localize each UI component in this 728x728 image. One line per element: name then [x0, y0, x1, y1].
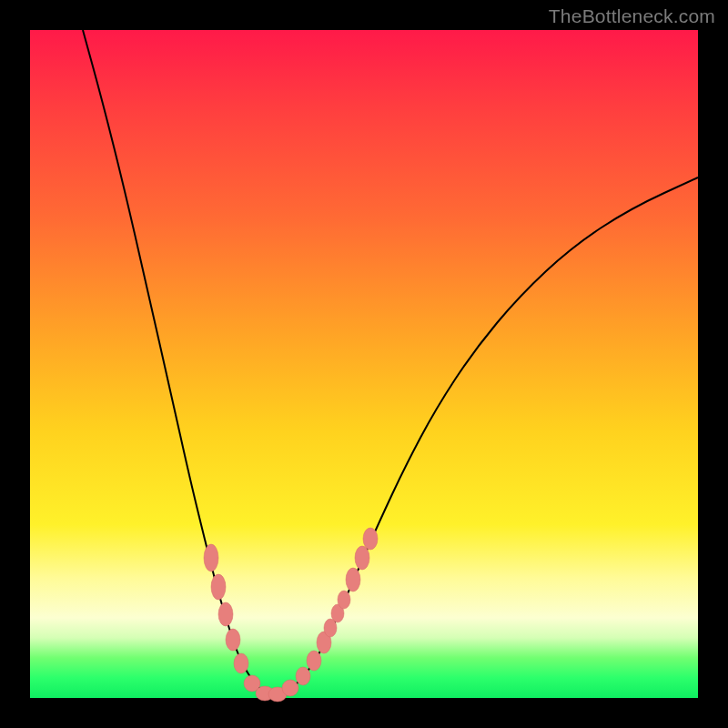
curve-marker — [211, 574, 226, 600]
curve-left-branch — [83, 30, 272, 695]
curve-marker — [338, 591, 350, 609]
curve-marker — [234, 653, 248, 673]
curve-marker — [363, 528, 378, 550]
watermark-text: TheBottleneck.com — [549, 5, 715, 27]
curve-marker — [226, 629, 240, 651]
curve-layer — [83, 30, 698, 695]
curve-marker — [355, 546, 369, 570]
curve-marker — [346, 568, 360, 592]
curve-marker — [282, 680, 298, 696]
marker-layer — [204, 528, 378, 702]
chart-svg — [30, 30, 698, 698]
plot-area — [30, 30, 698, 698]
curve-marker — [204, 544, 218, 571]
curve-marker — [296, 667, 310, 685]
curve-marker — [218, 602, 233, 626]
outer-frame: TheBottleneck.com — [0, 0, 728, 728]
curve-marker — [307, 651, 321, 671]
